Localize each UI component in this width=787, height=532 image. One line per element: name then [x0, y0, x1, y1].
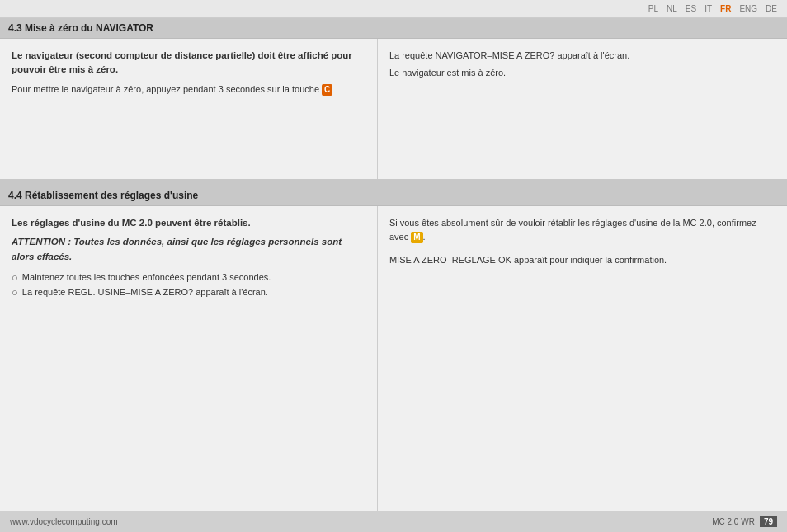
section-43-right-line1: La requête NAVIGATOR–MISE A ZERO? appara… — [389, 49, 775, 63]
lang-es[interactable]: ES — [686, 4, 696, 13]
bullet-dot-1: ○ — [12, 271, 18, 285]
lang-it[interactable]: IT — [705, 4, 712, 13]
section-43-normal: Pour mettre le navigateur à zéro, appuye… — [12, 82, 365, 97]
bullet-dot-2: ○ — [12, 285, 18, 300]
section-43-header: 4.3 Mise à zéro du NAVIGATOR — [0, 18, 787, 39]
section-44-right-line2: MISE A ZERO–REGLAGE OK apparaît pour ind… — [389, 253, 775, 267]
section-43-left: Le navigateur (second compteur de distan… — [0, 39, 378, 179]
footer-page: 79 — [760, 516, 777, 527]
section-44: 4.4 Rétablissement des réglages d'usine … — [0, 186, 787, 511]
section-44-left: Les réglages d'usine du MC 2.0 peuvent ê… — [0, 206, 378, 511]
key-c-badge: C — [322, 84, 332, 96]
section-44-body: Les réglages d'usine du MC 2.0 peuvent ê… — [0, 206, 787, 511]
bullet-item-1: ○ Maintenez toutes les touches enfoncées… — [12, 271, 365, 285]
footer-model: MC 2.0 WR — [712, 517, 755, 526]
main-content: 4.3 Mise à zéro du NAVIGATOR Le navigate… — [0, 18, 787, 511]
lang-eng[interactable]: ENG — [739, 4, 757, 13]
section-44-right-post: . — [423, 232, 426, 242]
section-44-right-line1: Si vous êtes absolument sûr de vouloir r… — [389, 216, 775, 243]
lang-fr[interactable]: FR — [720, 4, 731, 13]
footer: www.vdocyclecomputing.com MC 2.0 WR 79 — [0, 511, 787, 532]
key-m-badge: M — [411, 232, 422, 243]
footer-right: MC 2.0 WR 79 — [712, 516, 777, 527]
lang-de[interactable]: DE — [766, 4, 777, 13]
section-44-bullets: ○ Maintenez toutes les touches enfoncées… — [12, 271, 365, 300]
section-43-bold: Le navigateur (second compteur de distan… — [12, 49, 365, 78]
bullet-text-1: Maintenez toutes les touches enfoncées p… — [22, 271, 271, 285]
language-bar: PL NL ES IT FR ENG DE — [0, 0, 787, 18]
section-43-right-line2: Le navigateur est mis à zéro. — [389, 66, 775, 80]
lang-pl[interactable]: PL — [648, 4, 658, 13]
section-44-right-pre: Si vous êtes absolument sûr de vouloir r… — [389, 218, 756, 242]
section-43: 4.3 Mise à zéro du NAVIGATOR Le navigate… — [0, 18, 787, 179]
section-44-bold: Les réglages d'usine du MC 2.0 peuvent ê… — [12, 216, 365, 230]
bullet-item-2: ○ La requête REGL. USINE–MISE A ZERO? ap… — [12, 285, 365, 300]
bullet-text-2: La requête REGL. USINE–MISE A ZERO? appa… — [22, 285, 268, 300]
section-43-text-pre: Pour mettre le navigateur à zéro, appuye… — [12, 84, 322, 94]
section-44-header: 4.4 Rétablissement des réglages d'usine — [0, 186, 787, 206]
section-43-body: Le navigateur (second compteur de distan… — [0, 39, 787, 179]
lang-nl[interactable]: NL — [667, 4, 677, 13]
section-44-italic: ATTENTION : Toutes les données, ainsi qu… — [12, 235, 365, 264]
section-44-right: Si vous êtes absolument sûr de vouloir r… — [378, 206, 787, 511]
section-43-right: La requête NAVIGATOR–MISE A ZERO? appara… — [378, 39, 787, 179]
footer-url: www.vdocyclecomputing.com — [10, 517, 118, 526]
section-divider — [0, 179, 787, 186]
